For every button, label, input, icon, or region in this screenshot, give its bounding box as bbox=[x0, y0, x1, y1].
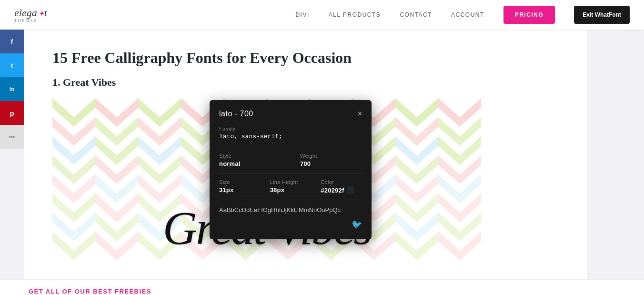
family-label: Family bbox=[219, 126, 362, 132]
popup-header: lato - 700 × bbox=[219, 110, 362, 118]
more-share-button[interactable]: ••• bbox=[0, 125, 24, 149]
size-value: 31px bbox=[219, 186, 261, 193]
logo[interactable]: elega✦t themes bbox=[14, 7, 47, 23]
nav-item-account[interactable]: ACCOUNT bbox=[451, 11, 484, 18]
popup-close-button[interactable]: × bbox=[358, 110, 362, 118]
twitter-share-icon[interactable]: 🐦 bbox=[352, 219, 362, 230]
color-swatch bbox=[347, 186, 354, 194]
weight-value: 700 bbox=[300, 160, 362, 167]
facebook-icon: f bbox=[11, 38, 13, 46]
whatfont-popup: lato - 700 × Family lato, sans-serif; St… bbox=[210, 100, 372, 239]
weight-label: Weight bbox=[300, 153, 362, 159]
popup-style-weight-row: Style normal Weight 700 bbox=[219, 153, 362, 167]
color-label: Color bbox=[321, 179, 362, 185]
twitter-icon: t bbox=[11, 62, 13, 69]
popup-alphabet: AaBbCcDdEeFfGgHhIiJjKkLlMmNnOoPpQc bbox=[219, 206, 362, 214]
popup-divider-3 bbox=[219, 200, 362, 200]
nav-item-divi[interactable]: DIVI bbox=[295, 11, 309, 18]
social-sidebar: f t in p ••• bbox=[0, 30, 24, 279]
logo-sub: themes bbox=[14, 18, 47, 23]
more-icon: ••• bbox=[9, 133, 15, 140]
main-nav: DIVI ALL PRODUCTS CONTACT ACCOUNT PRICIN… bbox=[295, 6, 630, 24]
popup-size-field: Size 31px bbox=[219, 179, 261, 194]
popup-divider-2 bbox=[219, 173, 362, 173]
header: elega✦t themes DIVI ALL PRODUCTS CONTACT… bbox=[0, 0, 644, 30]
bottom-banner: GET ALL OF OUR BEST FREEBIES bbox=[0, 279, 644, 295]
color-value: #20292f bbox=[321, 187, 344, 194]
section-heading: 1. Great Vibes bbox=[52, 76, 558, 89]
nav-item-contact[interactable]: CONTACT bbox=[400, 11, 432, 18]
exit-whatfont-button[interactable]: Exit WhatFont bbox=[574, 6, 630, 24]
nav-item-all-products[interactable]: ALL PRODUCTS bbox=[329, 11, 381, 18]
bottom-banner-text[interactable]: GET ALL OF OUR BEST FREEBIES bbox=[29, 288, 151, 295]
pinterest-icon: p bbox=[10, 109, 14, 117]
popup-title: lato - 700 bbox=[219, 110, 253, 118]
facebook-share-button[interactable]: f bbox=[0, 30, 24, 53]
right-sidebar bbox=[587, 30, 644, 279]
size-label: Size bbox=[219, 179, 261, 185]
pricing-button[interactable]: PRICING bbox=[503, 6, 555, 24]
linkedin-icon: in bbox=[10, 86, 14, 92]
popup-color-field: Color #20292f bbox=[321, 179, 362, 194]
style-label: Style bbox=[219, 153, 281, 159]
line-height-value: 38px bbox=[270, 186, 312, 193]
popup-family-row: Family lato, sans-serif; bbox=[219, 126, 362, 140]
popup-weight-field: Weight 700 bbox=[300, 153, 362, 167]
page-title: 15 Free Calligraphy Fonts for Every Occa… bbox=[52, 49, 558, 67]
linkedin-share-button[interactable]: in bbox=[0, 77, 24, 101]
twitter-share-button[interactable]: t bbox=[0, 53, 24, 77]
logo-brand: elega✦t bbox=[14, 7, 47, 19]
family-value: lato, sans-serif; bbox=[219, 133, 362, 140]
content-area: 15 Free Calligraphy Fonts for Every Occa… bbox=[24, 30, 587, 279]
popup-lineheight-field: Line Height 38px bbox=[270, 179, 312, 194]
popup-footer: 🐦 bbox=[219, 219, 362, 230]
popup-style-field: Style normal bbox=[219, 153, 281, 167]
style-value: normal bbox=[219, 160, 281, 167]
popup-divider-1 bbox=[219, 147, 362, 147]
line-height-label: Line Height bbox=[270, 179, 312, 185]
popup-size-color-row: Size 31px Line Height 38px Color #20292f bbox=[219, 179, 362, 194]
main-wrapper: f t in p ••• 15 Free Calligraphy Fonts f… bbox=[0, 30, 644, 279]
pinterest-share-button[interactable]: p bbox=[0, 101, 24, 125]
